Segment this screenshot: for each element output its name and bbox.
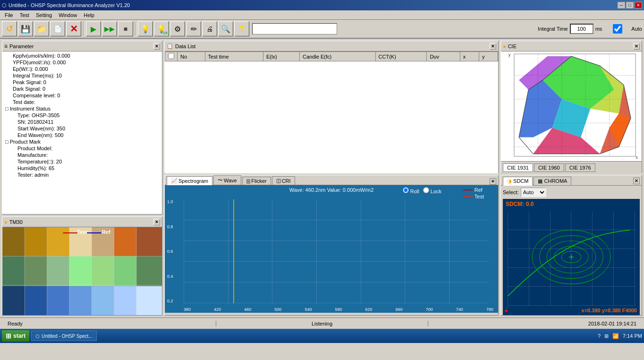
auto-checkbox[interactable] [606,24,629,34]
integral-time-input[interactable] [570,24,593,34]
col-checkbox[interactable] [165,52,178,61]
param-type: Type: OHSP-3505 [3,112,161,119]
param-tester: Tester: admin [3,171,161,178]
tm30-panel-title: TM30 [9,219,23,225]
menu-file[interactable]: File [2,11,16,19]
tab-flicker[interactable]: ||| Flicker [242,177,271,185]
stop-button[interactable]: ■ [118,21,133,36]
close-button[interactable]: ✕ [635,2,642,9]
menu-setting[interactable]: Setting [33,11,55,19]
export-button[interactable]: 📄 [50,21,65,36]
menu-test[interactable]: Test [17,11,32,19]
select-all-checkbox[interactable] [168,53,174,59]
svg-rect-13 [136,256,162,286]
help-button[interactable]: ? [234,21,249,36]
new-button[interactable]: ↺ [2,21,17,36]
light-button[interactable]: 💡 [138,21,153,36]
tm30-panel-header: ● TM30 ✕ [2,217,162,227]
toolbar: ↺ 💾 📁 📄 ✕ ▶ ▶▶ ■ 💡 💡1X ⚙ ✏ 🖨 🔍 ? Integra… [0,20,644,39]
taskbar-network-icon: ⊞ [604,333,609,339]
param-integral: Integral Time(ms): 10 [3,72,161,79]
cie-panel-title: CIE [508,43,517,49]
zoom-button[interactable]: 🔍 [218,21,233,36]
menu-help[interactable]: Help [81,11,97,19]
delete-button[interactable]: ✕ [66,21,81,36]
spectrogram-tabs: 📈 Spectrogram 〜 Wave ||| Flicker ◫ CRI ✕ [165,175,498,185]
roll-label[interactable]: Roll [403,187,419,194]
status-datetime: 2018-02-01 19:14:21 [428,321,640,326]
tm30-icon: ● [4,219,8,225]
tm30-chart: Test Ref [2,227,162,315]
lock-label[interactable]: Lock [423,187,441,194]
spectrogram-radio-group: Roll Lock [403,187,441,194]
status-bar: Ready Listening 2018-02-01 19:14:21 [0,317,644,329]
svg-rect-1 [25,227,47,256]
cri-icon: ◫ [276,178,281,184]
save-button[interactable]: 💾 [18,21,33,36]
open-button[interactable]: 📁 [34,21,49,36]
sdcm-close[interactable]: ✕ [633,178,640,184]
spectrogram-content: Wave: 460.2nm Value: 0.000mW/m2 Roll Loc… [165,185,498,313]
datalist-close[interactable]: ✕ [490,43,496,50]
taskbar-app-button[interactable]: ⬡ Untitled - OHSP Spect... [31,331,97,341]
print-button[interactable]: 🖨 [202,21,217,36]
auto-label: Auto [631,26,642,32]
tab-cri[interactable]: ◫ CRI [272,176,295,185]
right-column: ● CIE ✕ [500,41,642,316]
play-button[interactable]: ▶ [86,21,101,36]
param-model: Product Model: [3,145,161,152]
lock-radio[interactable] [423,187,429,193]
start-button[interactable]: ⊞ start [2,330,29,342]
roll-radio[interactable] [403,187,409,193]
light-x-button[interactable]: 💡1X [154,21,169,36]
svg-rect-8 [25,256,47,286]
param-ypfd: YPFD(umol/□/s): 0.000 [3,59,161,66]
cie-tab-1960[interactable]: CIE 1960 [534,163,564,172]
cie-panel-close[interactable]: ✕ [633,43,640,50]
tm30-panel-close[interactable]: ✕ [153,219,160,225]
spectrogram-x-axis: 380 420 460 500 540 580 620 660 700 740 … [184,307,493,312]
svg-rect-7 [2,256,25,286]
spectrogram-panel: 📈 Spectrogram 〜 Wave ||| Flicker ◫ CRI ✕ [164,175,499,316]
play-fast-button[interactable]: ▶▶ [102,21,117,36]
tab-chroma[interactable]: ▦ CHROMA [534,177,571,185]
spectrogram-grid [184,199,489,303]
svg-rect-19 [114,286,136,315]
cie-tab-1976[interactable]: CIE 1976 [565,163,595,172]
minimize-button[interactable]: ─ [618,2,625,9]
sdcm-select-label: Select: [503,189,519,195]
edit-button[interactable]: ✏ [186,21,201,36]
datalist-title: Data List [175,43,195,49]
middle-column: 📋 Data List ✕ No Test time E(lx) Candle … [162,41,500,316]
parameter-panel-close[interactable]: ✕ [153,43,160,50]
tab-spectrogram[interactable]: 📈 Spectrogram [167,176,212,185]
legend-ref: Ref [463,187,484,193]
datalist-table-container[interactable]: No Test time E(lx) Candle E(fc) CCT(K) D… [165,51,498,173]
svg-rect-2 [47,227,69,256]
tm30-panel: ● TM30 ✕ [2,216,162,316]
svg-rect-14 [2,286,25,315]
taskbar-wifi-icon: 📶 [612,333,619,339]
taskbar-icon: ⬡ [35,334,40,339]
maximize-button[interactable]: □ [626,2,634,9]
param-instrument-section: □ Instrument Status [3,105,161,112]
left-column: ≡ Parameter ✕ Kppfv(umol/s/klm): 0.000 Y… [2,41,162,316]
list-icon: ≡ [4,43,8,50]
sdcm-chart: SDCM: 0.0 x=0.380 y=0.38 [503,199,640,315]
toolbar-search-input[interactable] [252,23,337,34]
col-y: y [479,52,498,61]
taskbar-app-label: Untitled - OHSP Spect... [42,334,93,339]
svg-rect-9 [47,256,69,286]
tab-sdcm[interactable]: ◑ SDCM [503,177,533,186]
cie-tab-1931[interactable]: CIE 1931 [503,163,533,172]
param-temperature: Temperature(□): 20 [3,158,161,165]
spectrogram-close[interactable]: ✕ [490,178,496,185]
settings-button[interactable]: ⚙ [170,21,185,36]
svg-rect-0 [2,227,25,256]
param-humidity: Humidity(%): 65 [3,165,161,171]
svg-text:Test: Test [77,229,87,235]
cie-tabs-bar: CIE 1931 CIE 1960 CIE 1976 [501,161,642,173]
menu-window[interactable]: Window [56,11,80,19]
tab-wave[interactable]: 〜 Wave [213,175,241,185]
sdcm-select[interactable]: Auto 2700K 3000K 3500K 4000K 5000K 6500K [521,188,546,197]
